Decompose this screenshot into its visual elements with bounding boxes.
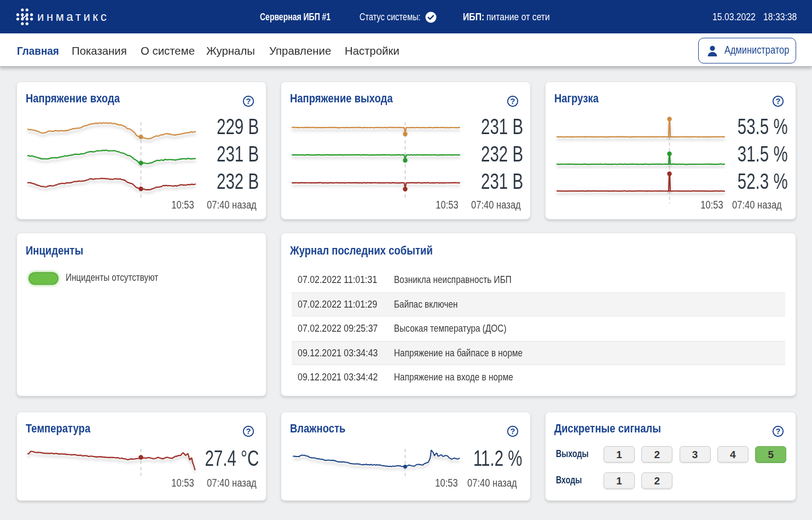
svg-text:?: ? bbox=[776, 427, 781, 436]
